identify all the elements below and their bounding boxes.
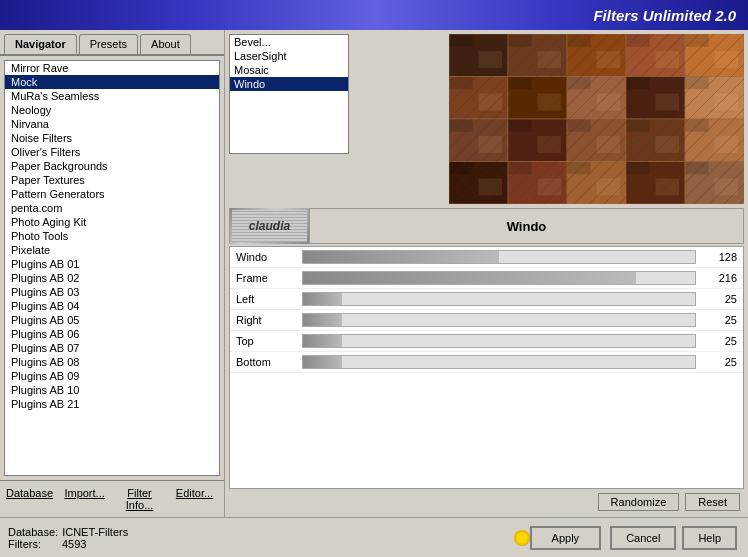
slider-fill — [303, 335, 342, 347]
title-text: Filters Unlimited 2.0 — [593, 7, 736, 24]
plugin-header: claudia Windo — [229, 208, 744, 244]
slider-value: 25 — [702, 356, 737, 368]
nav-list-item[interactable]: Oliver's Filters — [5, 145, 219, 159]
filter-list-area: Bevel...LaserSightMosaicWindo — [229, 34, 744, 204]
list-container: Mirror RaveMockMuRa's SeamlessNeologyNir… — [0, 56, 224, 480]
nav-list-item[interactable]: Mirror Rave — [5, 61, 219, 75]
nav-list-item[interactable]: Mock — [5, 75, 219, 89]
nav-list-item[interactable]: Photo Tools — [5, 229, 219, 243]
slider-value: 25 — [702, 293, 737, 305]
slider-label: Right — [236, 314, 296, 326]
slider-label: Windo — [236, 251, 296, 263]
slider-value: 25 — [702, 314, 737, 326]
nav-list-item[interactable]: Plugins AB 07 — [5, 341, 219, 355]
left-panel: Navigator Presets About Mirror RaveMockM… — [0, 30, 225, 517]
nav-list-item[interactable]: penta.com — [5, 201, 219, 215]
slider-label: Top — [236, 335, 296, 347]
database-button[interactable]: Database — [4, 485, 55, 513]
nav-list[interactable]: Mirror RaveMockMuRa's SeamlessNeologyNir… — [4, 60, 220, 476]
slider-value: 25 — [702, 335, 737, 347]
plugin-logo: claudia — [230, 208, 310, 244]
title-bar: Filters Unlimited 2.0 — [0, 0, 748, 30]
nav-list-item[interactable]: Paper Backgrounds — [5, 159, 219, 173]
tab-presets[interactable]: Presets — [79, 34, 138, 54]
slider-row: Top 25 — [230, 331, 743, 352]
nav-list-item[interactable]: Pattern Generators — [5, 187, 219, 201]
filter-list-item[interactable]: Mosaic — [230, 63, 348, 77]
slider-fill — [303, 356, 342, 368]
slider-track[interactable] — [302, 334, 696, 348]
slider-label: Frame — [236, 272, 296, 284]
nav-list-item[interactable]: Plugins AB 04 — [5, 299, 219, 313]
database-line: Database: ICNET-Filters — [8, 526, 524, 538]
database-label: Database: — [8, 526, 58, 538]
plugin-logo-text: claudia — [249, 219, 290, 233]
filter-info-button[interactable]: Filter Info... — [114, 485, 165, 513]
slider-row: Left 25 — [230, 289, 743, 310]
sliders-area: Windo 128 Frame 216 Left 25 Right 25 Top… — [229, 246, 744, 489]
reset-button[interactable]: Reset — [685, 493, 740, 511]
filter-list-item[interactable]: Bevel... — [230, 35, 348, 49]
tab-bar: Navigator Presets About — [0, 30, 224, 56]
nav-list-item[interactable]: Pixelate — [5, 243, 219, 257]
slider-row: Right 25 — [230, 310, 743, 331]
nav-list-item[interactable]: MuRa's Seamless — [5, 89, 219, 103]
filters-line: Filters: 4593 — [8, 538, 524, 550]
nav-list-item[interactable]: Plugins AB 21 — [5, 397, 219, 411]
bottom-buttons: Database Import... Filter Info... Editor… — [0, 480, 224, 517]
randomize-button[interactable]: Randomize — [598, 493, 680, 511]
nav-list-item[interactable]: Neology — [5, 103, 219, 117]
slider-track[interactable] — [302, 292, 696, 306]
slider-label: Left — [236, 293, 296, 305]
slider-track[interactable] — [302, 355, 696, 369]
nav-list-item[interactable]: Photo Aging Kit — [5, 215, 219, 229]
editor-button[interactable]: Editor... — [169, 485, 220, 513]
tab-about[interactable]: About — [140, 34, 191, 54]
slider-fill — [303, 293, 342, 305]
slider-track[interactable] — [302, 250, 696, 264]
nav-list-item[interactable]: Plugins AB 06 — [5, 327, 219, 341]
nav-list-item[interactable]: Plugins AB 10 — [5, 383, 219, 397]
nav-list-item[interactable]: Noise Filters — [5, 131, 219, 145]
database-value: ICNET-Filters — [62, 526, 128, 538]
slider-row: Windo 128 — [230, 247, 743, 268]
status-info: Database: ICNET-Filters Filters: 4593 — [8, 526, 524, 550]
tab-navigator[interactable]: Navigator — [4, 34, 77, 54]
nav-list-item[interactable]: Plugins AB 03 — [5, 285, 219, 299]
slider-fill — [303, 251, 499, 263]
slider-track[interactable] — [302, 313, 696, 327]
slider-row: Frame 216 — [230, 268, 743, 289]
slider-value: 128 — [702, 251, 737, 263]
status-bar: Database: ICNET-Filters Filters: 4593 Ap… — [0, 517, 748, 557]
filter-list-item[interactable]: Windo — [230, 77, 348, 91]
help-button[interactable]: Help — [682, 526, 737, 550]
nav-list-item[interactable]: Plugins AB 08 — [5, 355, 219, 369]
slider-value: 216 — [702, 272, 737, 284]
filter-list-item[interactable]: LaserSight — [230, 49, 348, 63]
plugin-title: Windo — [310, 219, 743, 234]
nav-list-item[interactable]: Paper Textures — [5, 173, 219, 187]
nav-list-item[interactable]: Plugins AB 05 — [5, 313, 219, 327]
filters-label: Filters: — [8, 538, 58, 550]
filter-list[interactable]: Bevel...LaserSightMosaicWindo — [229, 34, 349, 154]
nav-list-item[interactable]: Nirvana — [5, 117, 219, 131]
preview-image — [449, 34, 744, 204]
nav-list-item[interactable]: Plugins AB 01 — [5, 257, 219, 271]
slider-fill — [303, 314, 342, 326]
right-panel: Bevel...LaserSightMosaicWindo claudia Wi… — [225, 30, 748, 517]
slider-label: Bottom — [236, 356, 296, 368]
nav-list-item[interactable]: Plugins AB 02 — [5, 271, 219, 285]
action-row: Randomize Reset — [229, 489, 744, 513]
nav-list-item[interactable]: Plugins AB 09 — [5, 369, 219, 383]
slider-fill — [303, 272, 636, 284]
import-button[interactable]: Import... — [59, 485, 110, 513]
cancel-button[interactable]: Cancel — [610, 526, 676, 550]
apply-button[interactable]: Apply — [530, 526, 602, 550]
slider-row: Bottom 25 — [230, 352, 743, 373]
slider-track[interactable] — [302, 271, 696, 285]
filters-value: 4593 — [62, 538, 86, 550]
